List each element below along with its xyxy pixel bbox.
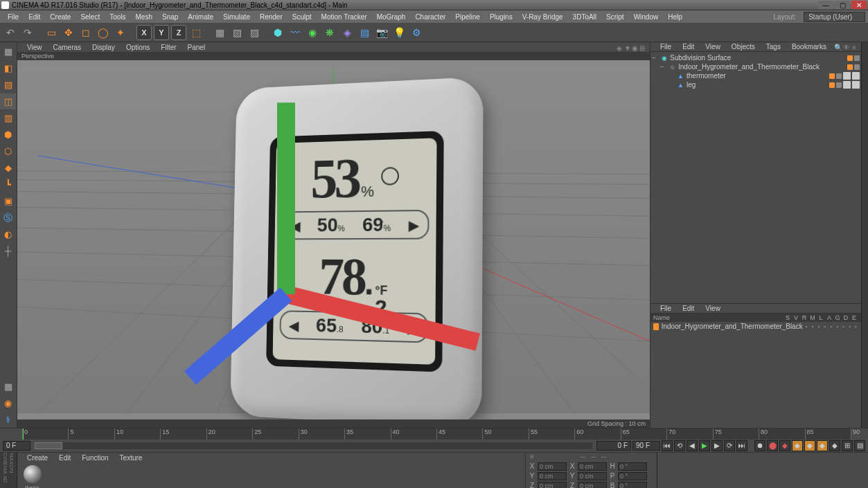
- tree-vis-dot[interactable]: [836, 82, 842, 88]
- key-button[interactable]: ◆: [779, 440, 790, 451]
- attr-dot[interactable]: ▪: [811, 323, 815, 329]
- play-button[interactable]: ▶: [699, 440, 710, 451]
- uvpoly-icon[interactable]: ▣: [0, 193, 16, 209]
- obj-menu-tags[interactable]: Tags: [761, 43, 786, 51]
- render-settings-button[interactable]: ▨: [247, 25, 262, 40]
- vp-nav4-icon[interactable]: ⊞: [639, 44, 646, 51]
- layout-selector[interactable]: Startup (User): [804, 12, 865, 22]
- coord-field[interactable]: 0 cm: [578, 462, 607, 471]
- mat-menu-function[interactable]: Function: [76, 454, 114, 462]
- redo-button[interactable]: ↷: [20, 25, 35, 40]
- attr-dot[interactable]: •: [804, 323, 809, 329]
- tree-vis-dot[interactable]: [854, 55, 860, 61]
- timeline-ruler[interactable]: 051015202530354045505560657075808590: [22, 428, 851, 440]
- tree-row[interactable]: − ◉ Subdivision Surface: [652, 53, 860, 62]
- menu-pipeline[interactable]: Pipeline: [450, 13, 485, 21]
- keyframe-mode-button[interactable]: ▤: [854, 440, 865, 451]
- obj-menu-bookmarks[interactable]: Bookmarks: [786, 43, 832, 51]
- python-icon[interactable]: ⚕: [0, 412, 16, 428]
- attr-dot[interactable]: •: [817, 323, 822, 329]
- step-fwd-button[interactable]: ▶: [711, 440, 723, 451]
- render-region-button[interactable]: ▧: [229, 25, 245, 40]
- coord-field[interactable]: 0 °: [618, 462, 647, 471]
- vp-nav3-icon[interactable]: ◉: [632, 44, 638, 51]
- menu-create[interactable]: Create: [45, 13, 76, 21]
- browser-icon[interactable]: ◉: [0, 395, 16, 411]
- keysel-r-button[interactable]: ◆: [817, 440, 828, 451]
- tree-tag-icon[interactable]: [852, 72, 860, 80]
- mograph-button[interactable]: ❋: [322, 25, 337, 40]
- obj-eye-icon[interactable]: 👁: [843, 44, 850, 51]
- workplane-icon[interactable]: ◫: [0, 93, 16, 109]
- point-mode-icon[interactable]: ⬢: [0, 127, 16, 143]
- goto-end-button[interactable]: ⏭: [736, 440, 747, 451]
- poly-mode-icon[interactable]: ◆: [0, 160, 16, 176]
- script-button[interactable]: ⚙: [409, 25, 424, 40]
- vp-nav1-icon[interactable]: ◈: [617, 44, 623, 51]
- environment-button[interactable]: ▤: [357, 25, 372, 40]
- vp-menu-panel[interactable]: Panel: [182, 44, 211, 51]
- tree-vis-dot[interactable]: [847, 64, 853, 70]
- maximize-button[interactable]: ▢: [835, 1, 850, 9]
- tree-vis-dot[interactable]: [829, 73, 835, 79]
- lasttool-button[interactable]: ✦: [113, 25, 128, 40]
- tree-tag-icon[interactable]: [852, 81, 860, 89]
- minimize-button[interactable]: —: [818, 1, 833, 9]
- attr-menu-file[interactable]: File: [655, 305, 677, 312]
- coord-system-button[interactable]: ⬚: [188, 25, 204, 40]
- menu-tools[interactable]: Tools: [105, 13, 130, 21]
- menu-mograph[interactable]: MoGraph: [372, 13, 411, 21]
- keysel-p-button[interactable]: ◆: [792, 440, 803, 451]
- mat-menu-create[interactable]: Create: [21, 454, 53, 462]
- axis-icon[interactable]: ┗: [0, 177, 16, 192]
- menu-simulate[interactable]: Simulate: [218, 13, 255, 21]
- texture-mode-icon[interactable]: ▧: [0, 77, 16, 93]
- render-view-button[interactable]: ▦: [212, 25, 227, 40]
- edge-mode-icon[interactable]: ⬡: [0, 143, 16, 159]
- keysel-s-button[interactable]: ◆: [804, 440, 815, 451]
- rotate-tool[interactable]: ◯: [96, 25, 111, 40]
- start-frame-field[interactable]: 0 F: [3, 441, 30, 451]
- step-back-button[interactable]: ◀: [687, 440, 698, 451]
- snap-icon[interactable]: Ⓢ: [0, 210, 16, 226]
- goto-start-button[interactable]: ⏮: [662, 440, 673, 451]
- attr-row[interactable]: Indoor_Hygrometer_and_Thermometer_Black …: [650, 322, 861, 331]
- menu-file[interactable]: File: [3, 13, 24, 21]
- tree-toggle-icon[interactable]: −: [652, 54, 658, 62]
- mat-menu-edit[interactable]: Edit: [53, 454, 76, 462]
- vp-menu-filter[interactable]: Filter: [155, 44, 181, 51]
- attr-menu-edit[interactable]: Edit: [677, 305, 700, 312]
- step-fwd-key-button[interactable]: ⟳: [724, 440, 735, 451]
- menu-character[interactable]: Character: [410, 13, 450, 21]
- tree-vis-dot[interactable]: [829, 82, 835, 88]
- menu-edit[interactable]: Edit: [24, 13, 45, 21]
- menu-motiontracker[interactable]: Motion Tracker: [317, 13, 372, 21]
- obj-menu-file[interactable]: File: [655, 43, 677, 51]
- tree-row[interactable]: − ⎋ Indoor_Hygrometer_and_Thermometer_Bl…: [652, 62, 860, 71]
- coord-field[interactable]: 0 cm: [538, 472, 567, 480]
- obj-menu-icon[interactable]: ≡: [852, 44, 857, 51]
- menu-window[interactable]: Window: [629, 13, 664, 21]
- coord-field[interactable]: 0 cm: [538, 482, 567, 489]
- x-axis-lock[interactable]: X: [136, 25, 152, 40]
- close-button[interactable]: ✕: [851, 1, 867, 9]
- move-tool[interactable]: ✥: [61, 25, 76, 40]
- xray-icon[interactable]: ┼: [0, 243, 16, 259]
- menu-mesh[interactable]: Mesh: [131, 13, 157, 21]
- tree-vis-dot[interactable]: [854, 64, 860, 70]
- menu-snap[interactable]: Snap: [157, 13, 183, 21]
- attr-dot[interactable]: •: [841, 323, 846, 329]
- record-button[interactable]: ⏺: [754, 440, 765, 451]
- keysel-pla-button[interactable]: ◆: [829, 440, 840, 451]
- vp-menu-options[interactable]: Options: [121, 44, 155, 51]
- model-mode-icon[interactable]: ◧: [0, 60, 16, 76]
- attr-dot[interactable]: •: [847, 323, 852, 329]
- tree-row[interactable]: ▲ leg: [652, 80, 860, 89]
- obj-menu-objects[interactable]: Objects: [726, 43, 761, 51]
- tree-tag-icon[interactable]: [843, 81, 851, 89]
- cur-frame-field[interactable]: 0 F: [596, 441, 631, 451]
- attr-dot[interactable]: •: [829, 323, 833, 329]
- menu-help[interactable]: Help: [663, 13, 687, 21]
- coord-field[interactable]: 0 cm: [578, 472, 607, 480]
- obj-search-icon[interactable]: 🔍: [834, 44, 841, 51]
